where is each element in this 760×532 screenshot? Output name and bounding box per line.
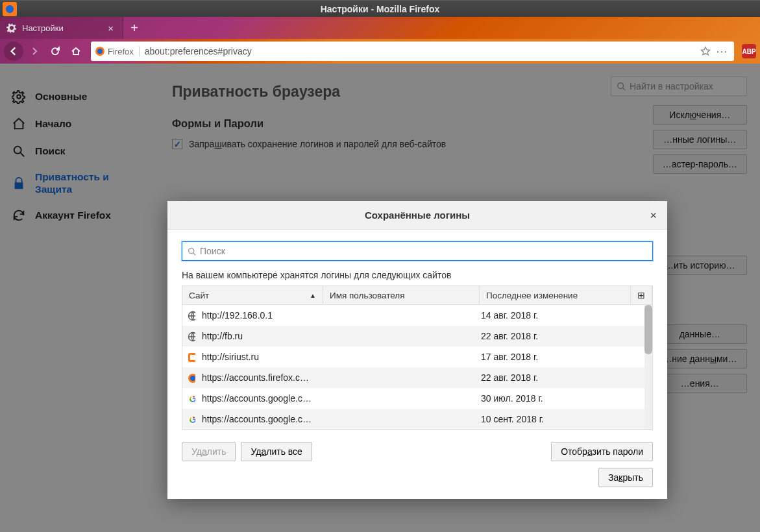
table-row[interactable]: https://accounts.google.c…30 июл. 2018 г… bbox=[182, 388, 652, 409]
favicon bbox=[182, 393, 195, 404]
favicon bbox=[182, 372, 195, 383]
gear-icon bbox=[6, 23, 17, 33]
delete-all-button[interactable]: Удалить все bbox=[241, 442, 312, 461]
url-text: about:preferences#privacy bbox=[145, 46, 698, 56]
dialog-header: Сохранённые логины × bbox=[167, 201, 667, 230]
logins-table: Сайт▲ Имя пользователя Последнее изменен… bbox=[182, 285, 653, 430]
close-tab-icon[interactable]: × bbox=[105, 23, 116, 34]
cell-site: http://192.168.0.1 bbox=[195, 310, 318, 320]
tab-settings[interactable]: Настройки × bbox=[0, 17, 123, 39]
home-button[interactable] bbox=[66, 42, 86, 61]
svg-point-12 bbox=[190, 376, 195, 381]
firefox-identity-icon bbox=[95, 46, 105, 56]
show-passwords-button[interactable]: Отобразить пароли bbox=[551, 442, 653, 461]
saved-logins-dialog: Сохранённые логины × Поиск На вашем комп… bbox=[167, 201, 667, 499]
search-icon bbox=[188, 247, 196, 256]
scrollbar-thumb[interactable] bbox=[644, 305, 652, 354]
search-placeholder: Поиск bbox=[200, 246, 225, 256]
cell-date: 17 авг. 2018 г. bbox=[474, 352, 652, 362]
svg-rect-10 bbox=[190, 355, 195, 360]
table-row[interactable]: http://192.168.0.114 авг. 2018 г. bbox=[182, 305, 652, 326]
table-body: http://192.168.0.114 авг. 2018 г.http://… bbox=[182, 305, 652, 429]
favicon bbox=[182, 413, 195, 424]
svg-point-0 bbox=[6, 5, 14, 12]
cell-date: 22 авг. 2018 г. bbox=[474, 372, 652, 383]
column-picker-icon[interactable]: ⊞ bbox=[631, 286, 652, 304]
table-row[interactable]: https://accounts.google.c…10 сент. 2018 … bbox=[182, 409, 652, 429]
new-tab-button[interactable]: + bbox=[123, 17, 145, 39]
cell-date: 22 авг. 2018 г. bbox=[474, 331, 652, 341]
favicon bbox=[182, 330, 195, 341]
firefox-app-icon bbox=[3, 2, 17, 16]
close-button[interactable]: Закрыть bbox=[598, 468, 653, 487]
cell-site: http://fb.ru bbox=[195, 331, 318, 341]
cell-site: https://accounts.google.c… bbox=[195, 393, 318, 404]
favicon bbox=[182, 309, 195, 320]
table-row[interactable]: http://fb.ru22 авг. 2018 г. bbox=[182, 326, 652, 346]
bookmark-star-icon[interactable] bbox=[700, 46, 711, 56]
identity-label: Firefox bbox=[108, 47, 134, 56]
dialog-hint: На вашем компьютере хранятся логины для … bbox=[182, 270, 653, 280]
svg-point-6 bbox=[189, 248, 194, 253]
svg-point-2 bbox=[97, 49, 103, 54]
column-site[interactable]: Сайт▲ bbox=[182, 286, 323, 304]
forward-button[interactable] bbox=[25, 42, 44, 61]
table-header: Сайт▲ Имя пользователя Последнее изменен… bbox=[182, 286, 652, 305]
url-bar[interactable]: Firefox about:preferences#privacy ⋯ bbox=[91, 42, 734, 61]
scrollbar[interactable] bbox=[644, 305, 652, 429]
dialog-title: Сохранённые логины bbox=[365, 210, 470, 221]
cell-site: https://accounts.google.c… bbox=[195, 414, 318, 424]
column-last-changed[interactable]: Последнее изменение bbox=[480, 286, 631, 304]
table-row[interactable]: https://accounts.firefox.c…22 авг. 2018 … bbox=[182, 367, 652, 388]
logins-search-input[interactable]: Поиск bbox=[182, 241, 653, 261]
cell-site: http://siriust.ru bbox=[195, 352, 318, 362]
delete-button[interactable]: Удалить bbox=[182, 442, 236, 461]
window-titlebar: Настройки - Mozilla Firefox bbox=[0, 0, 760, 17]
table-row[interactable]: http://siriust.ru17 авг. 2018 г. bbox=[182, 346, 652, 367]
tab-strip: Настройки × + bbox=[0, 17, 760, 39]
favicon bbox=[182, 351, 195, 362]
adblock-plus-icon[interactable]: ABP bbox=[742, 44, 756, 58]
cell-date: 14 авг. 2018 г. bbox=[474, 310, 652, 320]
tab-title: Настройки bbox=[22, 23, 105, 33]
page-action-icon[interactable]: ⋯ bbox=[713, 44, 730, 58]
navigation-toolbar: Firefox about:preferences#privacy ⋯ ABP bbox=[0, 39, 760, 64]
column-username[interactable]: Имя пользователя bbox=[323, 286, 480, 304]
cell-date: 10 сент. 2018 г. bbox=[474, 414, 652, 424]
sort-asc-icon: ▲ bbox=[310, 292, 316, 299]
window-title: Настройки - Mozilla Firefox bbox=[321, 4, 440, 14]
cell-date: 30 июл. 2018 г. bbox=[474, 393, 652, 404]
back-button[interactable] bbox=[4, 42, 23, 61]
reload-button[interactable] bbox=[45, 42, 65, 61]
identity-box[interactable]: Firefox bbox=[95, 46, 140, 56]
cell-site: https://accounts.firefox.c… bbox=[195, 372, 318, 383]
close-icon[interactable]: × bbox=[646, 208, 661, 224]
